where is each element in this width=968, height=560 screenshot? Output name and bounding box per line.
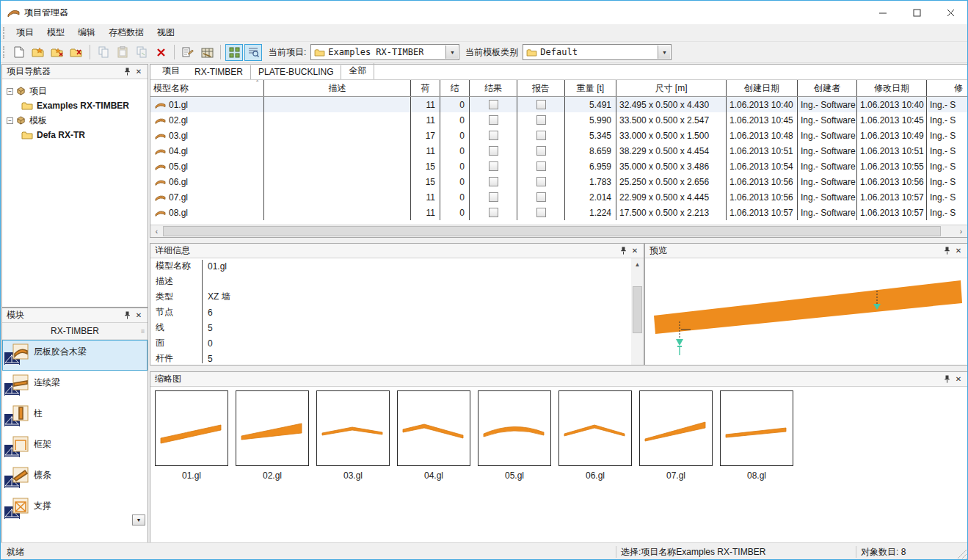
results-checkbox[interactable]	[489, 161, 498, 171]
close-panel-icon[interactable]: ✕	[133, 66, 145, 77]
tree-node-templates[interactable]: − 模板	[5, 113, 146, 128]
table-row[interactable]: 03.gl 17 0 5.345 33.000 x 0.500 x 1.500 …	[150, 128, 967, 143]
results-checkbox[interactable]	[489, 115, 498, 125]
report-checkbox[interactable]	[536, 161, 546, 171]
menu-item[interactable]: 模型	[40, 24, 71, 41]
rename-button[interactable]	[179, 44, 197, 61]
dropdown-arrow-icon[interactable]: ▼	[445, 46, 458, 59]
menu-item[interactable]: 项目	[10, 24, 40, 41]
menu-item[interactable]: 编辑	[71, 24, 102, 41]
delete-button[interactable]	[152, 44, 170, 61]
scroll-down-button[interactable]: ▼	[132, 514, 145, 526]
table-tab[interactable]: 全部	[341, 63, 374, 79]
model-thumbnail[interactable]: 04.gl	[397, 390, 478, 481]
table-row[interactable]: 06.gl 15 0 1.783 25.250 x 0.500 x 2.656 …	[150, 174, 967, 189]
thumbnail-image[interactable]	[236, 390, 309, 466]
results-checkbox[interactable]	[489, 192, 498, 202]
model-thumbnail[interactable]: 06.gl	[558, 390, 639, 481]
module-item[interactable]: 屋面	[2, 525, 148, 528]
tree-node-examples-project[interactable]: Examples RX-TIMBER	[5, 98, 146, 113]
scrollbar-thumb[interactable]	[633, 286, 642, 333]
scroll-left-icon[interactable]: ‹	[150, 225, 163, 237]
tree-node-default-template[interactable]: Defa RX-TR	[5, 128, 146, 142]
report-checkbox[interactable]	[536, 192, 546, 202]
report-checkbox[interactable]	[536, 177, 546, 186]
thumbnails-view-toggle[interactable]	[225, 44, 243, 61]
column-header-results[interactable]: 结果	[470, 80, 517, 96]
column-header-loads[interactable]: 荷	[411, 80, 440, 96]
column-header-desc[interactable]: 描述	[264, 80, 411, 96]
dropdown-arrow-icon[interactable]: ▼	[658, 46, 670, 59]
results-checkbox[interactable]	[489, 100, 498, 109]
table-row[interactable]: 01.gl 11 0 5.491 32.495 x 0.500 x 4.430 …	[150, 97, 967, 112]
paste-button[interactable]	[114, 44, 131, 61]
model-thumbnail[interactable]: 08.gl	[720, 390, 801, 481]
pin-icon[interactable]	[941, 245, 953, 256]
results-checkbox[interactable]	[489, 146, 498, 156]
results-checkbox[interactable]	[489, 131, 498, 140]
template-category-combobox[interactable]: Default ▼	[523, 44, 672, 60]
report-checkbox[interactable]	[536, 146, 546, 156]
module-item[interactable]: 连续梁	[2, 371, 148, 401]
preview-pane-toggle[interactable]	[244, 44, 262, 61]
results-checkbox[interactable]	[489, 208, 498, 217]
delete-project-button[interactable]	[68, 44, 85, 61]
module-item[interactable]: 层板胶合木梁	[2, 340, 148, 371]
table-tab[interactable]: RX-TIMBER	[187, 65, 251, 79]
table-row[interactable]: 07.gl 11 0 2.014 22.909 x 0.500 x 4.445 …	[150, 189, 967, 205]
copy-button[interactable]	[95, 44, 112, 61]
model-thumbnail[interactable]: 05.gl	[478, 390, 558, 481]
thumbnail-image[interactable]	[397, 390, 470, 466]
tree-node-projects[interactable]: − 项目	[5, 84, 146, 98]
module-item[interactable]: 支撑	[2, 494, 148, 525]
table-tab[interactable]: 项目	[155, 63, 187, 79]
new-project-button[interactable]	[29, 44, 47, 61]
menu-item[interactable]: 视图	[150, 24, 181, 41]
model-thumbnail[interactable]: 01.gl	[155, 390, 236, 481]
pin-icon[interactable]	[941, 374, 953, 385]
table-row[interactable]: 02.gl 11 0 5.990 33.500 x 0.500 x 2.547 …	[150, 112, 967, 128]
report-checkbox[interactable]	[536, 208, 546, 217]
thumbnail-image[interactable]	[155, 390, 228, 466]
thumbnail-image[interactable]	[639, 390, 713, 466]
scrollbar-thumb[interactable]	[163, 226, 941, 236]
column-header-report[interactable]: 报告	[517, 80, 565, 96]
resize-grip[interactable]	[956, 548, 967, 559]
collapse-icon[interactable]: −	[7, 88, 13, 95]
model-thumbnail[interactable]: 03.gl	[316, 390, 397, 481]
thumbnail-image[interactable]	[558, 390, 632, 466]
table-row[interactable]: 08.gl 11 0 1.224 17.500 x 0.500 x 2.213 …	[150, 205, 967, 220]
scroll-right-icon[interactable]: ›	[955, 225, 967, 237]
column-header-modified[interactable]: 修改日期	[857, 80, 927, 96]
pin-icon[interactable]	[121, 310, 133, 321]
report-checkbox[interactable]	[536, 131, 546, 140]
column-header-combos[interactable]: 结	[440, 80, 470, 96]
maximize-button[interactable]	[900, 1, 934, 24]
pin-icon[interactable]	[121, 66, 133, 77]
column-header-name[interactable]: 模型名称	[150, 80, 264, 96]
close-panel-icon[interactable]: ✕	[953, 374, 964, 385]
scroll-up-icon[interactable]: ▲	[631, 258, 644, 270]
edit-project-button[interactable]	[48, 44, 66, 61]
model-thumbnail[interactable]: 02.gl	[236, 390, 316, 481]
module-group-header[interactable]: RX-TIMBER ≡	[2, 323, 148, 340]
close-panel-icon[interactable]: ✕	[953, 245, 964, 256]
table-tab[interactable]: PLATE-BUCKLING	[251, 65, 341, 79]
close-panel-icon[interactable]: ✕	[629, 245, 641, 256]
archive-button[interactable]	[198, 44, 216, 61]
column-header-size[interactable]: 尺寸 [m]	[616, 80, 727, 96]
collapse-icon[interactable]: −	[7, 117, 13, 124]
details-scrollbar[interactable]: ▲	[631, 258, 644, 365]
column-header-modifier[interactable]: 修	[927, 80, 967, 96]
report-checkbox[interactable]	[536, 115, 546, 125]
module-item[interactable]: 檩条	[2, 463, 148, 494]
thumbnail-image[interactable]	[478, 390, 551, 466]
module-item[interactable]: 柱	[2, 401, 148, 432]
table-row[interactable]: 04.gl 11 0 8.659 38.229 x 0.500 x 4.454 …	[150, 143, 967, 159]
new-model-button[interactable]	[10, 44, 28, 61]
column-header-created[interactable]: 创建日期	[727, 80, 798, 96]
close-panel-icon[interactable]: ✕	[133, 310, 145, 321]
results-checkbox[interactable]	[489, 177, 498, 186]
close-button[interactable]	[934, 1, 967, 24]
thumbnail-image[interactable]	[720, 390, 793, 466]
